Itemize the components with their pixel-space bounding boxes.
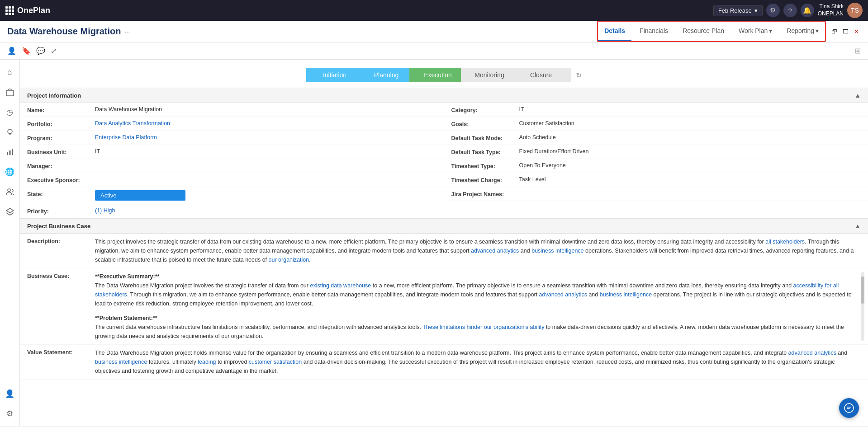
project-information-collapse-icon[interactable]: ▲: [854, 92, 861, 99]
sidebar-globe-icon[interactable]: 🌐: [2, 164, 18, 180]
project-business-case-collapse-icon[interactable]: ▲: [854, 222, 861, 230]
phase-monitoring-shape[interactable]: Monitoring: [461, 68, 520, 82]
chat-toolbar-icon[interactable]: 💬: [36, 47, 45, 55]
sidebar-people-icon[interactable]: [2, 183, 18, 200]
value-statement-value: The Data Warehouse Migration project hol…: [95, 348, 861, 375]
title-more-icon[interactable]: ···: [125, 28, 130, 35]
svg-point-6: [844, 404, 854, 413]
window-controls: 🗗 🗖 ✕: [830, 27, 861, 36]
nav-tabs: Details Financials Resource Plan Work Pl…: [598, 22, 825, 41]
project-information-grid: Name: Data Warehouse Migration Portfolio…: [20, 103, 868, 218]
executive-summary-text: The Data Warehouse Migration project inv…: [95, 281, 861, 308]
business-case-content: **Executive Summary:** The Data Warehous…: [95, 272, 861, 341]
phase-execution[interactable]: Execution: [409, 68, 468, 82]
tab-reporting[interactable]: Reporting ▾: [780, 22, 825, 41]
svg-point-1: [8, 129, 12, 134]
field-priority-label: Priority:: [27, 207, 95, 215]
user-toolbar-icon[interactable]: 👤: [7, 47, 16, 55]
field-program-value[interactable]: Enterprise Data Platform: [95, 134, 437, 141]
sidebar-chart-icon[interactable]: [2, 144, 18, 160]
tab-financials[interactable]: Financials: [633, 22, 674, 41]
sidebar-layers-icon[interactable]: [2, 203, 18, 220]
nav-tabs-highlighted: Details Financials Resource Plan Work Pl…: [597, 21, 826, 42]
user-org: ONEPLAN: [818, 10, 844, 18]
left-sidebar: ⌂ ◷ 🌐 👤 ⚙: [0, 60, 20, 426]
field-jira-project-names-label: Jira Project Names:: [451, 190, 519, 197]
field-default-task-mode-label: Default Task Mode:: [451, 134, 519, 141]
field-timesheet-type-label: Timesheet Type:: [451, 162, 519, 169]
business-case-label: Business Case:: [27, 272, 95, 279]
sidebar-person-icon[interactable]: 👤: [2, 385, 18, 402]
phase-execution-shape[interactable]: Execution: [409, 68, 468, 82]
svg-rect-0: [6, 90, 14, 96]
field-executive-sponsor-label: Executive Sponsor:: [27, 176, 95, 183]
phase-initiation[interactable]: Initiation: [306, 68, 365, 82]
business-case-field: Business Case: **Executive Summary:** Th…: [20, 268, 868, 345]
close-button[interactable]: ✕: [852, 27, 861, 36]
phase-closure[interactable]: Closure: [512, 68, 571, 82]
project-information-header: Project Information ▲: [20, 88, 868, 103]
field-default-task-mode-value: Auto Schedule: [519, 134, 861, 141]
notifications-icon-button[interactable]: 🔔: [801, 4, 814, 17]
field-portfolio-value[interactable]: Data Analytics Transformation: [95, 120, 437, 127]
app-logo: OnePlan: [17, 6, 50, 15]
release-selector[interactable]: Feb Release ▾: [713, 5, 763, 16]
field-timesheet-type-value: Open To Everyone: [519, 162, 861, 169]
field-name: Name: Data Warehouse Migration: [20, 103, 444, 117]
field-program-label: Program:: [27, 134, 95, 141]
sidebar-home-icon[interactable]: ⌂: [2, 64, 18, 80]
restore-button[interactable]: 🗗: [830, 27, 839, 36]
grid-menu-icon[interactable]: [5, 6, 13, 15]
project-information-title: Project Information: [27, 92, 81, 99]
phase-planning-shape[interactable]: Planning: [358, 68, 417, 82]
content-area: Initiation Planning Execution Monitoring…: [20, 60, 868, 426]
tab-resource-plan[interactable]: Resource Plan: [676, 22, 730, 41]
svg-rect-2: [7, 152, 8, 155]
value-statement-label: Value Statement:: [27, 348, 95, 356]
settings-icon-button[interactable]: ⚙: [766, 4, 780, 17]
sidebar-settings-icon[interactable]: ⚙: [2, 405, 18, 422]
sidebar-clock-icon[interactable]: ◷: [2, 104, 18, 120]
toolbar-row: 👤 🔖 💬 ⤢ ⊞: [0, 42, 868, 60]
description-label: Description:: [27, 237, 95, 244]
field-business-unit-value: IT: [95, 148, 437, 155]
top-bar-right: Feb Release ▾ ⚙ ? 🔔 Tina Shirk ONEPLAN T…: [713, 3, 863, 18]
bookmark-toolbar-icon[interactable]: 🔖: [22, 47, 31, 55]
user-avatar[interactable]: TS: [847, 3, 863, 18]
field-goals-value: Customer Satisfaction: [519, 120, 861, 127]
chat-fab-button[interactable]: [839, 398, 859, 418]
sidebar-portfolio-icon[interactable]: [2, 84, 18, 100]
phase-monitoring[interactable]: Monitoring: [461, 68, 520, 82]
field-priority: Priority: (1) High: [20, 204, 444, 218]
phase-initiation-shape[interactable]: Initiation: [306, 68, 365, 82]
sub-header: Data Warehouse Migration ··· Details Fin…: [0, 21, 868, 42]
svg-point-5: [8, 189, 10, 192]
user-name: Tina Shirk: [818, 3, 844, 10]
maximize-button[interactable]: 🗖: [841, 27, 850, 36]
phase-refresh-icon[interactable]: ↻: [576, 71, 582, 80]
field-timesheet-type: Timesheet Type: Open To Everyone: [444, 159, 868, 173]
phase-closure-shape[interactable]: Closure: [512, 68, 571, 82]
project-business-case-title: Project Business Case: [27, 223, 90, 230]
project-business-case-header: Project Business Case ▲: [20, 218, 868, 234]
project-info-right: Category: IT Goals: Customer Satisfactio…: [444, 103, 868, 218]
field-state: State: Active: [20, 187, 444, 204]
state-badge[interactable]: Active: [95, 190, 185, 201]
phase-planning[interactable]: Planning: [358, 68, 417, 82]
grid-view-icon[interactable]: ⊞: [855, 47, 861, 55]
tab-work-plan[interactable]: Work Plan ▾: [732, 22, 778, 41]
sidebar-ideas-icon[interactable]: [2, 124, 18, 140]
svg-rect-3: [9, 150, 10, 155]
field-state-value[interactable]: Active: [95, 190, 437, 201]
svg-rect-4: [12, 149, 13, 155]
dropdown-arrow-icon: ▾: [754, 7, 758, 14]
help-icon-button[interactable]: ?: [783, 4, 797, 17]
tab-details[interactable]: Details: [598, 22, 631, 41]
field-name-value: Data Warehouse Migration: [95, 106, 437, 113]
top-bar-left: OnePlan: [5, 6, 50, 15]
release-label: Feb Release: [718, 7, 752, 14]
work-plan-dropdown-icon: ▾: [769, 27, 772, 34]
executive-summary-heading: **Executive Summary:**: [95, 272, 861, 281]
share-toolbar-icon[interactable]: ⤢: [51, 47, 57, 55]
page-title-area: Data Warehouse Migration ···: [7, 26, 130, 37]
